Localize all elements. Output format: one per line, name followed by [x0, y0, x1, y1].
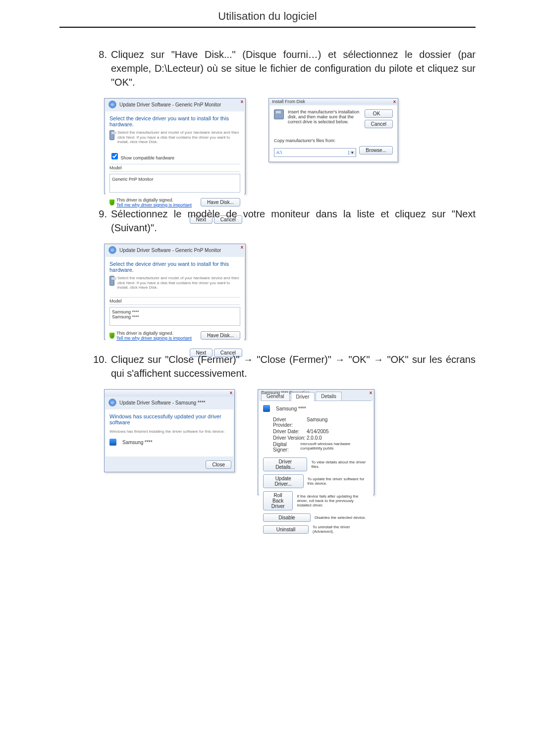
- monitor-icon: [109, 439, 116, 446]
- prop-provider: Samsung: [307, 417, 327, 428]
- dialog-select-model: X ←Update Driver Software - Generic PnP …: [104, 244, 246, 340]
- back-arrow-icon[interactable]: ←: [108, 246, 116, 254]
- hint: Select the manufacturer and model of you…: [117, 276, 240, 290]
- close-icon[interactable]: X: [241, 100, 243, 104]
- heading: Select the device driver you want to ins…: [109, 115, 240, 127]
- prop-version-label: Driver Version:: [273, 435, 307, 441]
- device-name: Samsung ****: [122, 440, 153, 445]
- heading: Windows has successfully updated your dr…: [109, 413, 229, 425]
- heading: Select the device driver you want to ins…: [109, 261, 240, 273]
- update-driver-button[interactable]: Update Driver...: [263, 474, 304, 488]
- copy-from-label: Copy manufacturer's files from:: [274, 138, 393, 143]
- step-8: 8. Cliquez sur "Have Disk..." (Disque fo…: [89, 48, 476, 89]
- dialog-title: Update Driver Software - Generic PnP Mon…: [119, 248, 221, 253]
- cancel-button[interactable]: Cancel: [365, 120, 393, 128]
- path-combo[interactable]: A:\▼: [274, 148, 356, 157]
- signed-text: This driver is digitally signed.: [116, 331, 192, 336]
- instruction: Insert the manufacturer's installation d…: [288, 109, 361, 128]
- page-title: Utilisation du logiciel: [59, 10, 476, 28]
- tab-details[interactable]: Details: [316, 392, 342, 401]
- step-8-text: Cliquez sur "Have Disk..." (Disque fourn…: [111, 48, 476, 89]
- ok-button[interactable]: OK: [365, 109, 393, 118]
- roll-back-button[interactable]: Roll Back Driver: [263, 491, 293, 510]
- dialog-title: Update Driver Software - Generic PnP Mon…: [119, 102, 221, 107]
- prop-date: 4/14/2005: [307, 429, 329, 434]
- prop-signer-label: Digital Signer:: [273, 442, 300, 453]
- step-8-number: 8.: [89, 48, 107, 89]
- signed-text: This driver is digitally signed.: [116, 198, 192, 202]
- show-compatible-label: Show compatible hardware: [121, 155, 175, 160]
- close-icon[interactable]: X: [230, 391, 232, 395]
- model-item[interactable]: Samsung ****: [112, 309, 238, 314]
- dialog-update-driver: X ←Update Driver Software - Generic PnP …: [104, 98, 246, 194]
- model-list[interactable]: Samsung **** Samsung ****: [109, 307, 240, 326]
- back-arrow-icon[interactable]: ←: [108, 101, 116, 108]
- step-9: 9. Sélectionnez le modèle de votre monit…: [89, 207, 476, 235]
- step-10-number: 10.: [89, 353, 107, 380]
- device-name: Samsung ****: [276, 406, 306, 411]
- tab-driver[interactable]: Driver: [291, 392, 315, 401]
- dialog-title: Update Driver Software - Samsung ****: [119, 400, 205, 405]
- close-icon[interactable]: X: [370, 391, 372, 395]
- driver-details-text: To view details about the driver files.: [311, 460, 369, 469]
- hint: Select the manufacturer and model of you…: [117, 130, 240, 145]
- prop-date-label: Driver Date:: [273, 429, 307, 434]
- browse-button[interactable]: Browse...: [359, 146, 393, 154]
- disable-text: Disables the selected device.: [315, 515, 366, 520]
- have-disk-button[interactable]: Have Disk...: [201, 331, 240, 340]
- dialog-device-properties: Samsung **** PropertiesX General Driver …: [258, 389, 374, 495]
- shield-icon: [109, 333, 114, 339]
- update-driver-text: To update the driver software for this d…: [308, 477, 369, 486]
- shield-icon: [109, 200, 114, 205]
- prop-version: 2.0.0.0: [307, 435, 322, 441]
- disk-icon: [109, 130, 114, 140]
- close-button[interactable]: Close: [206, 460, 231, 469]
- monitor-icon: [263, 405, 270, 412]
- prop-signer: microsoft windows hardware compatibility…: [300, 442, 369, 453]
- back-arrow-icon[interactable]: ←: [108, 399, 116, 406]
- tell-me-link[interactable]: Tell me why driver signing is important: [116, 336, 192, 341]
- close-icon[interactable]: X: [393, 100, 396, 104]
- model-header: Model: [109, 164, 240, 172]
- model-list[interactable]: Generic PnP Monitor: [109, 174, 240, 193]
- dialog-install-from-disk: Install From DiskX Insert the manufactur…: [268, 98, 398, 162]
- roll-back-text: If the device fails after updating the d…: [297, 494, 369, 507]
- show-compatible-checkbox[interactable]: [111, 153, 118, 159]
- dialog-title: Install From Disk: [272, 99, 305, 104]
- uninstall-button[interactable]: Uninstall: [263, 525, 309, 534]
- have-disk-button[interactable]: Have Disk...: [201, 198, 240, 206]
- step-9-number: 9.: [89, 207, 107, 235]
- uninstall-text: To uninstall the driver (Advanced).: [313, 525, 369, 534]
- step-10-text: Cliquez sur "Close (Fermer)" → "Close (F…: [111, 353, 476, 380]
- model-item[interactable]: Samsung ****: [112, 314, 238, 319]
- titlebar: Install From DiskX: [269, 99, 398, 104]
- model-header: Model: [109, 297, 240, 305]
- dialog-update-success: X ←Update Driver Software - Samsung ****…: [104, 389, 235, 472]
- prop-provider-label: Driver Provider:: [273, 417, 307, 428]
- step-10: 10. Cliquez sur "Close (Fermer)" → "Clos…: [89, 353, 476, 380]
- model-item[interactable]: Generic PnP Monitor: [112, 177, 153, 182]
- close-icon[interactable]: X: [241, 245, 243, 250]
- path-value: A:\: [274, 150, 348, 155]
- titlebar: X: [105, 390, 234, 397]
- disk-icon: [274, 109, 284, 119]
- step-9-text: Sélectionnez le modèle de votre moniteur…: [111, 207, 476, 235]
- driver-details-button[interactable]: Driver Details...: [263, 457, 307, 471]
- sub: Windows has finished installing the driv…: [109, 429, 229, 434]
- disk-icon: [109, 276, 114, 286]
- disable-button[interactable]: Disable: [263, 513, 311, 522]
- dropdown-icon[interactable]: ▼: [348, 151, 356, 155]
